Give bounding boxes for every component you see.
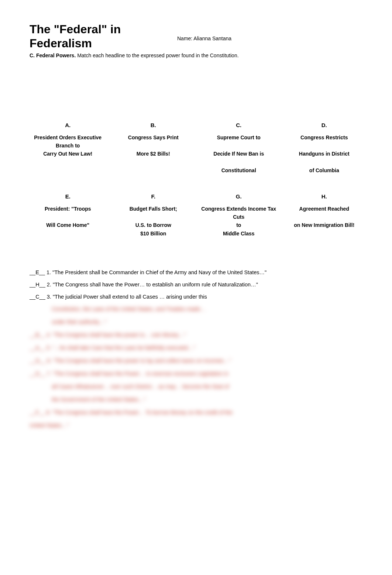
- instructions-bold: C. Federal Powers.: [30, 52, 76, 58]
- student-name: Name: Alianna Santana: [177, 35, 231, 42]
- question-1: __E__ 1. "The President shall be Command…: [30, 267, 362, 278]
- headline-e: E. President: "Troops Will Come Home": [30, 193, 106, 238]
- name-label: Name:: [177, 35, 193, 41]
- headline-text: Agreement Reached on New Immigration Bil…: [286, 205, 362, 229]
- headline-g: G. Congress Extends Income Tax Cuts to M…: [200, 193, 277, 238]
- headline-letter: A.: [30, 122, 106, 128]
- headline-f: F. Budget Falls Short; U.S. to Borrow $1…: [115, 193, 192, 238]
- headline-text: Supreme Court to Decide If New Ban is Co…: [200, 133, 277, 175]
- question-3-visible: __C__ 3. "The judicial Power shall exten…: [30, 294, 207, 300]
- headline-letter: E.: [30, 193, 106, 200]
- headline-letter: F.: [115, 193, 192, 200]
- question-3: __C__ 3. "The judicial Power shall exten…: [30, 292, 362, 302]
- instructions-rest: Match each headline to the expressed pow…: [76, 52, 238, 58]
- question-2: __H__ 2. "The Congress shall have the Po…: [30, 279, 362, 290]
- instructions: C. Federal Powers. Match each headline t…: [30, 52, 362, 59]
- blurred-line: __G__ 6. "The Congress shall have the po…: [30, 355, 362, 366]
- headlines-grid: A. President Orders Executive Branch to …: [30, 122, 362, 238]
- name-value: Alianna Santana: [193, 35, 231, 41]
- headline-text: Congress Says Print More $2 Bills!: [115, 133, 192, 158]
- blurred-answers-region: Constitution, the Laws of the United Sta…: [30, 304, 362, 431]
- title-line-1: The "Federal" in: [30, 23, 121, 36]
- blurred-line: __F__ 8. "The Congress shall have the Po…: [30, 407, 362, 418]
- blurred-line: Constitution, the Laws of the United Sta…: [30, 304, 362, 314]
- blurred-line: __D__ 7. "The Congress shall have the Po…: [30, 368, 362, 379]
- headline-text: President: "Troops Will Come Home": [30, 205, 106, 229]
- blurred-line: __B__ 4. "The Congress shall have the po…: [30, 330, 362, 340]
- headline-letter: H.: [286, 193, 362, 200]
- headline-row-1: A. President Orders Executive Branch to …: [30, 122, 362, 175]
- blurred-line: under their authority…": [30, 317, 362, 327]
- headline-row-2: E. President: "Troops Will Come Home" F.…: [30, 193, 362, 238]
- headline-text: Congress Restricts Handguns in District …: [286, 133, 362, 175]
- headline-letter: C.: [200, 122, 277, 128]
- blurred-line: the Government of the United States…": [30, 394, 362, 405]
- headline-text: Congress Extends Income Tax Cuts to Midd…: [200, 205, 277, 238]
- questions-section: __E__ 1. "The President shall be Command…: [30, 267, 362, 431]
- headline-h: H. Agreement Reached on New Immigration …: [286, 193, 362, 238]
- headline-c: C. Supreme Court to Decide If New Ban is…: [200, 122, 277, 175]
- headline-text: Budget Falls Short; U.S. to Borrow $10 B…: [115, 205, 192, 238]
- headline-letter: G.: [200, 193, 277, 200]
- headline-text: President Orders Executive Branch to Car…: [30, 133, 106, 158]
- blurred-line: __A__ 5. "…he shall take Care that the L…: [30, 343, 362, 353]
- title-line-2: Federalism: [30, 37, 92, 50]
- headline-letter: B.: [115, 122, 192, 128]
- headline-letter: D.: [286, 122, 362, 128]
- blurred-line: United States…": [30, 420, 362, 431]
- headline-d: D. Congress Restricts Handguns in Distri…: [286, 122, 362, 175]
- headline-b: B. Congress Says Print More $2 Bills!: [115, 122, 192, 175]
- headline-a: A. President Orders Executive Branch to …: [30, 122, 106, 175]
- blurred-line: all Cases Whatsoever… over such District…: [30, 381, 362, 392]
